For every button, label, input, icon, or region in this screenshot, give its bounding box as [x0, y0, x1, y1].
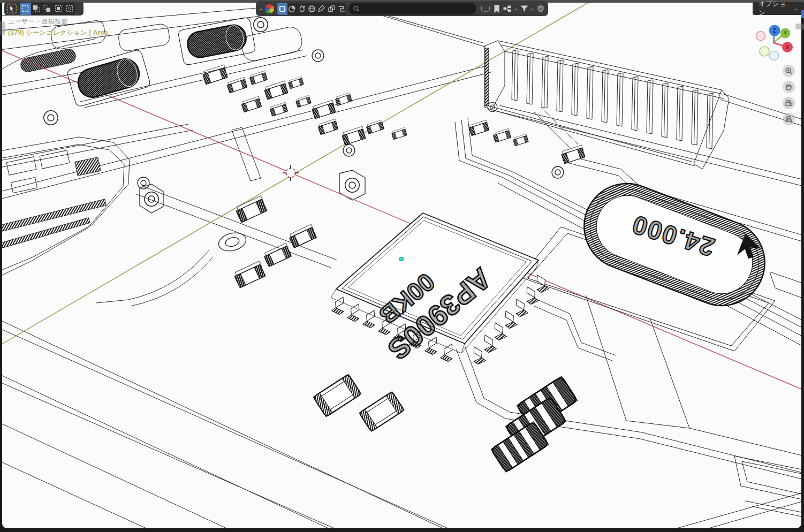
- window-edge-highlight: [801, 10, 804, 18]
- clone-icon[interactable]: [327, 3, 336, 15]
- box-components: [313, 374, 404, 431]
- chevron-down-icon[interactable]: ⌄: [530, 6, 535, 11]
- toolbar-collapse-tab[interactable]: [0, 21, 5, 35]
- ic-chip: AP3900S 00KB: [331, 213, 550, 366]
- chevron-down-icon[interactable]: ⌄: [258, 6, 263, 11]
- perspective-grid-button[interactable]: [783, 113, 795, 125]
- camera-view-button[interactable]: [783, 97, 795, 109]
- blender-window: 24.000: [0, 0, 804, 532]
- viewport-collection-label: (379) シーンコレクション | Area: [8, 28, 108, 37]
- pie-sphere-icon[interactable]: [287, 3, 297, 15]
- brush-icon[interactable]: [317, 3, 327, 15]
- select-mode-set[interactable]: [20, 3, 31, 15]
- navigation-gizmo[interactable]: Z Y X: [752, 24, 798, 66]
- cursor-3d[interactable]: [283, 165, 299, 181]
- bookmark-icon[interactable]: [492, 2, 502, 15]
- select-mode-group: [20, 3, 75, 15]
- viewport-projection-label: ユーザー・透視投影: [8, 17, 68, 26]
- shield-check-icon[interactable]: [535, 2, 546, 15]
- options-button[interactable]: オプション ⌄: [753, 2, 804, 15]
- viewport-3d[interactable]: 24.000: [2, 0, 801, 528]
- inductors: [491, 376, 577, 472]
- zoom-button[interactable]: [783, 65, 795, 77]
- wireframe-scene: 24.000: [2, 0, 801, 528]
- chevron-down-icon: ⌄: [794, 6, 799, 11]
- tool-settings-bar: [4, 2, 84, 16]
- editor-header-bar: ⌄: [256, 1, 548, 16]
- gizmo-axis-neg-y[interactable]: [760, 47, 769, 56]
- hierarchy-icon[interactable]: [502, 2, 513, 15]
- falloff-sphere-icon[interactable]: [265, 4, 274, 13]
- search-field[interactable]: [348, 3, 476, 14]
- gizmo-z-label: Z: [773, 27, 777, 34]
- select-mode-extend[interactable]: [31, 3, 42, 15]
- chevron-down-icon[interactable]: ⌄: [513, 6, 518, 11]
- droplet-icon[interactable]: [297, 3, 307, 15]
- filter-funnel-icon[interactable]: [519, 2, 530, 15]
- edge-connector: [484, 41, 729, 169]
- options-dropdown-wrap: オプション ⌄: [753, 2, 804, 15]
- tweak-tool-icon[interactable]: [6, 3, 18, 14]
- gizmo-x-label: X: [785, 44, 789, 50]
- select-mode-subtract[interactable]: [42, 3, 53, 15]
- select-mode-intersect[interactable]: [64, 3, 75, 15]
- search-icon: [353, 5, 360, 12]
- gizmo-axis-neg-x[interactable]: [756, 32, 765, 41]
- globe-icon[interactable]: [307, 3, 316, 15]
- gizmo-y-label: Y: [784, 31, 787, 36]
- origin-dot[interactable]: [399, 257, 404, 261]
- options-label: オプション: [759, 0, 790, 18]
- pan-hand-button[interactable]: [783, 81, 795, 93]
- collapse-chip-icon[interactable]: [479, 2, 492, 15]
- clamp-icon[interactable]: [336, 3, 346, 15]
- select-mode-invert[interactable]: [53, 3, 64, 15]
- gizmo-axis-neg-z[interactable]: [770, 51, 779, 60]
- search-input[interactable]: [360, 4, 472, 13]
- filter-type-group: [277, 3, 346, 15]
- frame-filter-button[interactable]: [277, 3, 287, 15]
